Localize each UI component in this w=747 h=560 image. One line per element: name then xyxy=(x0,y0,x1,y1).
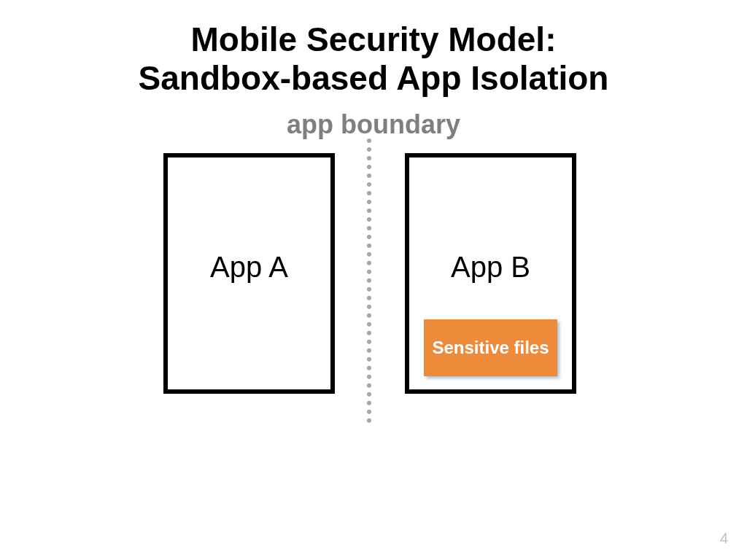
page-number: 4 xyxy=(720,530,728,547)
app-b-label: App B xyxy=(409,251,572,284)
boundary-label: app boundary xyxy=(0,109,747,140)
app-b-box: App B Sensitive files xyxy=(405,153,576,394)
sensitive-files-box: Sensitive files xyxy=(424,319,557,376)
app-boundary-divider xyxy=(367,139,371,423)
slide-title: Mobile Security Model: Sandbox-based App… xyxy=(0,20,747,98)
diagram-area: App A App B Sensitive files xyxy=(0,153,747,430)
app-a-label: App A xyxy=(168,251,330,284)
app-a-box: App A xyxy=(163,153,335,394)
title-line-1: Mobile Security Model: xyxy=(191,20,557,58)
slide: Mobile Security Model: Sandbox-based App… xyxy=(0,0,747,560)
sensitive-files-label: Sensitive files xyxy=(432,338,549,358)
title-line-2: Sandbox-based App Isolation xyxy=(139,59,609,97)
